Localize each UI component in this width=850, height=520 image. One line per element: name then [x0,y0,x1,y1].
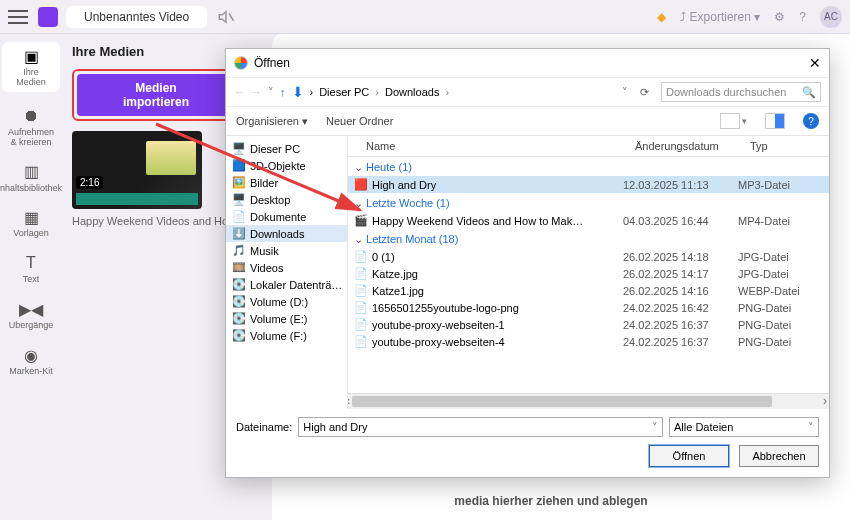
folder-icon: 🖼️ [232,176,246,189]
folder-tree: 🖥️Dieser PC🟦3D-Objekte🖼️Bilder🖥️Desktop📄… [226,136,348,409]
dialog-title: Öffnen [254,56,290,70]
tree-item[interactable]: 🟦3D-Objekte [226,157,347,174]
new-folder-button[interactable]: Neuer Ordner [326,115,393,127]
rail-icon: ◉ [17,345,45,365]
rail-item-5[interactable]: ▶◀Übergänge [2,299,60,331]
file-list: Name Änderungsdatum Typ Heute (1)🟥High a… [348,136,829,409]
folder-icon: 📄 [232,210,246,223]
premium-icon[interactable]: ◆ [657,10,666,24]
tree-item[interactable]: 🖥️Dieser PC [226,140,347,157]
folder-icon: 🟦 [232,159,246,172]
drop-hint: media hierher ziehen und ablegen [272,494,830,508]
file-row[interactable]: 📄Katze1.jpg26.02.2025 14:16WEBP-Datei [348,282,829,299]
dialog-toolbar: Organisieren ▾ Neuer Ordner ▾ ? [226,107,829,135]
file-row[interactable]: 📄0 (1)26.02.2025 14:18JPG-Datei [348,248,829,265]
file-icon: 📄 [354,250,368,263]
search-icon: 🔍 [802,86,816,99]
search-input[interactable]: Downloads durchsuchen🔍 [661,82,821,102]
tree-item[interactable]: 💽Volume (E:) [226,310,347,327]
menu-icon[interactable] [8,10,28,24]
app-logo [38,7,58,27]
rail-icon: ▥ [17,162,45,182]
tree-item[interactable]: 🎞️Videos [226,259,347,276]
cancel-button[interactable]: Abbrechen [739,445,819,467]
file-open-dialog: Öffnen ✕ ← → ˅ ↑ ⬇ › Dieser PC Downloads… [225,48,830,478]
rail-item-4[interactable]: TText [2,253,60,285]
rail-icon: ▶◀ [17,299,45,319]
open-button[interactable]: Öffnen [649,445,729,467]
file-row[interactable]: 📄1656501255youtube-logo-png24.02.2025 16… [348,299,829,316]
forward-icon: → [251,86,262,98]
tree-item[interactable]: 🖼️Bilder [226,174,347,191]
settings-icon[interactable]: ⚙ [774,10,785,24]
folder-icon: ⬇️ [232,227,246,240]
up-icon[interactable]: ˅ [268,86,274,99]
file-row[interactable]: 📄youtube-proxy-webseiten-124.02.2025 16:… [348,316,829,333]
folder-icon: 💽 [232,295,246,308]
dialog-nav: ← → ˅ ↑ ⬇ › Dieser PC Downloads ˅ ⟳ Down… [226,77,829,107]
mute-icon[interactable] [217,8,235,26]
file-type-filter[interactable]: Alle Dateien˅ [669,417,819,437]
folder-icon: 💽 [232,278,246,291]
filename-label: Dateiname: [236,421,292,433]
rail-item-1[interactable]: ⏺Aufnehmen& kreieren [2,106,60,148]
file-row[interactable]: 📄Katze.jpg26.02.2025 14:17JPG-Datei [348,265,829,282]
column-headers[interactable]: Name Änderungsdatum Typ [348,136,829,157]
tree-item[interactable]: 🖥️Desktop [226,191,347,208]
file-icon: 📄 [354,284,368,297]
tree-item[interactable]: ⬇️Downloads [226,225,347,242]
file-icon: 📄 [354,335,368,348]
tree-item[interactable]: 💽Volume (D:) [226,293,347,310]
rail-icon: ▦ [17,207,45,227]
rail-item-3[interactable]: ▦Vorlagen [2,207,60,239]
tree-item[interactable]: 📄Dokumente [226,208,347,225]
tree-item[interactable]: 💽Volume (F:) [226,327,347,344]
file-row[interactable]: 🟥High and Dry12.03.2025 11:13MP3-Datei [348,176,829,193]
file-icon: 📄 [354,267,368,280]
refresh-icon[interactable]: ⟳ [640,86,649,99]
dialog-titlebar: Öffnen ✕ [226,49,829,77]
tree-item[interactable]: 🎵Musik [226,242,347,259]
duration-badge: 2:16 [76,176,103,189]
folder-icon: 🎞️ [232,261,246,274]
help-icon[interactable]: ? [799,10,806,24]
folder-icon: 💽 [232,312,246,325]
recent-icon[interactable]: ↑ [280,86,286,98]
left-rail: ▣IhreMedien⏺Aufnehmen& kreieren▥nhaltsbi… [0,34,62,520]
folder-icon: 🖥️ [232,142,246,155]
rail-icon: ▣ [17,46,45,66]
breadcrumb[interactable]: Dieser PC Downloads [319,86,616,98]
app-topbar: Unbenanntes Video ◆ ⤴Exportieren ▾ ⚙ ? A… [0,0,850,34]
file-icon: 📄 [354,301,368,314]
tree-item[interactable]: 💽Lokaler Datenträ… [226,276,347,293]
file-group-header[interactable]: Letzten Monat (18) [348,229,829,248]
organize-menu[interactable]: Organisieren ▾ [236,115,308,128]
back-icon[interactable]: ← [234,86,245,98]
folder-icon: 🎵 [232,244,246,257]
file-icon: 🟥 [354,178,368,191]
rail-item-0[interactable]: ▣IhreMedien [2,42,60,92]
file-row[interactable]: 🎬Happy Weekend Videos and How to Mak…04.… [348,212,829,229]
avatar[interactable]: AC [820,6,842,28]
media-thumbnail[interactable]: 2:16 [72,131,202,209]
project-title[interactable]: Unbenanntes Video [66,6,207,28]
rail-icon: ⏺ [17,106,45,126]
down-arrow-icon[interactable]: ⬇ [292,84,304,100]
rail-item-6[interactable]: ◉Marken-Kit [2,345,60,377]
file-icon: 🎬 [354,214,368,227]
chrome-icon [234,56,248,70]
export-button[interactable]: ⤴Exportieren ▾ [680,10,761,24]
close-icon[interactable]: ✕ [809,55,821,71]
svg-line-0 [229,13,234,21]
folder-icon: 💽 [232,329,246,342]
file-group-header[interactable]: Letzte Woche (1) [348,193,829,212]
help-icon[interactable]: ? [803,113,819,129]
filename-input[interactable]: High and Dry˅ [298,417,663,437]
rail-item-2[interactable]: ▥nhaltsbibliothek [2,162,60,194]
rail-icon: T [17,253,45,273]
view-options[interactable]: ▾ [720,113,747,129]
file-group-header[interactable]: Heute (1) [348,157,829,176]
file-row[interactable]: 📄youtube-proxy-webseiten-424.02.2025 16:… [348,333,829,350]
horizontal-scrollbar[interactable]: ‹› [348,393,829,409]
preview-pane-toggle[interactable] [765,113,785,129]
